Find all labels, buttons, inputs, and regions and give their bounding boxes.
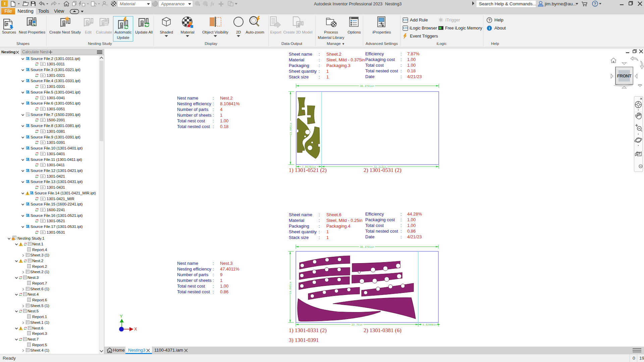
svg-text::: : bbox=[319, 74, 320, 79]
svg-text:Packaging: Packaging bbox=[289, 63, 309, 68]
svg-text:Nesting efficiency: Nesting efficiency bbox=[177, 101, 211, 106]
svg-text:1.00: 1.00 bbox=[407, 223, 416, 228]
svg-text:Stack size: Stack size bbox=[289, 74, 309, 79]
svg-text:19.685in: 19.685in bbox=[289, 123, 292, 135]
svg-text:1: 1 bbox=[300, 150, 302, 152]
svg-text:Packaging: Packaging bbox=[289, 224, 309, 229]
svg-text:Material: Material bbox=[120, 1, 136, 6]
svg-text::: : bbox=[213, 96, 214, 101]
svg-text:0.18: 0.18 bbox=[407, 68, 416, 73]
svg-text::: : bbox=[319, 235, 320, 240]
svg-text:Nest name: Nest name bbox=[177, 261, 198, 266]
svg-text:1: 1 bbox=[220, 278, 222, 283]
svg-text::: : bbox=[213, 272, 214, 277]
svg-text:fx: fx bbox=[211, 1, 214, 6]
svg-text:44.28%: 44.28% bbox=[407, 212, 422, 217]
svg-text:Search Help & Commands...: Search Help & Commands... bbox=[479, 1, 536, 6]
svg-text::: : bbox=[400, 229, 402, 234]
svg-text:1) 1301-0331 (2): 1) 1301-0331 (2) bbox=[289, 327, 327, 334]
svg-text:39.3701in: 39.3701in bbox=[360, 85, 374, 87]
svg-text::: : bbox=[319, 212, 320, 217]
svg-text::: : bbox=[400, 217, 402, 222]
svg-text:iTrigger: iTrigger bbox=[445, 17, 460, 22]
svg-text:?: ? bbox=[594, 2, 596, 6]
svg-text:0.86: 0.86 bbox=[407, 229, 416, 234]
svg-text:Packaging cost: Packaging cost bbox=[365, 57, 395, 62]
svg-text:Material: Material bbox=[289, 218, 304, 223]
svg-text:33.75in: 33.75in bbox=[352, 323, 363, 326]
svg-text:47.4011%: 47.4011% bbox=[220, 266, 239, 272]
svg-text::: : bbox=[213, 266, 214, 272]
svg-text::: : bbox=[400, 68, 402, 73]
svg-text:8.10841%: 8.10841% bbox=[220, 101, 240, 106]
svg-text:?: ? bbox=[488, 18, 491, 22]
svg-text:1.00: 1.00 bbox=[407, 63, 416, 68]
svg-text:2: 2 bbox=[302, 111, 304, 114]
svg-text:2) 1301-0531 (2): 2) 1301-0531 (2) bbox=[364, 167, 401, 173]
svg-text::: : bbox=[400, 51, 402, 56]
svg-text:Sheet quantity: Sheet quantity bbox=[289, 229, 317, 234]
svg-text:Efficiency: Efficiency bbox=[365, 51, 384, 56]
svg-text:Nest name: Nest name bbox=[177, 96, 198, 101]
svg-text:Number of sheets: Number of sheets bbox=[177, 278, 212, 283]
svg-text:Sheet name: Sheet name bbox=[289, 52, 312, 57]
svg-text:1.00: 1.00 bbox=[407, 217, 416, 222]
svg-text:Free iLogic Memory: Free iLogic Memory bbox=[445, 26, 482, 31]
svg-text:9: 9 bbox=[220, 272, 222, 277]
svg-text:Add Rule: Add Rule bbox=[410, 17, 428, 22]
svg-text::: : bbox=[319, 69, 320, 74]
svg-text:Steel, Mild - 0.375in: Steel, Mild - 0.375in bbox=[326, 57, 365, 62]
svg-text:2: 2 bbox=[311, 121, 312, 124]
svg-text:Material: Material bbox=[289, 57, 304, 62]
svg-text::: : bbox=[400, 212, 402, 217]
svg-text:Date: Date bbox=[365, 74, 374, 79]
svg-text:1.00: 1.00 bbox=[407, 57, 416, 62]
svg-text:1: 1 bbox=[326, 235, 329, 240]
svg-text:Event Triggers: Event Triggers bbox=[410, 34, 438, 39]
svg-text::: : bbox=[319, 224, 320, 229]
svg-text::: : bbox=[213, 284, 214, 289]
svg-text:Sheet.2: Sheet.2 bbox=[326, 52, 341, 57]
svg-text::: : bbox=[213, 118, 214, 123]
svg-text::: : bbox=[400, 223, 402, 228]
svg-text:1: 1 bbox=[326, 69, 329, 74]
svg-text:Number of parts: Number of parts bbox=[177, 272, 209, 277]
svg-text::: : bbox=[213, 101, 214, 106]
svg-text::: : bbox=[213, 113, 214, 118]
svg-text::: : bbox=[213, 107, 214, 112]
svg-text:7.87%: 7.87% bbox=[407, 51, 420, 56]
svg-text:Nesting efficiency: Nesting efficiency bbox=[177, 266, 211, 272]
svg-text:Stack size: Stack size bbox=[289, 235, 309, 240]
svg-text:2) 1301-0381 (6): 2) 1301-0381 (6) bbox=[364, 327, 401, 334]
svg-text::: : bbox=[319, 229, 320, 234]
svg-text:Packaging.4: Packaging.4 bbox=[326, 224, 351, 229]
svg-text:Nest.3: Nest.3 bbox=[220, 261, 233, 266]
svg-text::: : bbox=[213, 278, 214, 283]
svg-text:1.00: 1.00 bbox=[220, 284, 228, 289]
svg-text:Total cost: Total cost bbox=[365, 223, 384, 228]
svg-text:Help: Help bbox=[494, 17, 503, 22]
svg-text:Total nested cost: Total nested cost bbox=[177, 124, 210, 129]
svg-text::: : bbox=[213, 289, 214, 294]
svg-text:Sheet quantity: Sheet quantity bbox=[289, 69, 317, 74]
svg-text::: : bbox=[400, 63, 402, 68]
svg-text::: : bbox=[319, 52, 320, 57]
svg-text:Total nest cost: Total nest cost bbox=[177, 118, 205, 123]
svg-text:3) 1301-0391: 3) 1301-0391 bbox=[289, 337, 319, 343]
svg-text:iLogic Browser: iLogic Browser bbox=[410, 26, 437, 31]
svg-text:1) 1301-0521 (2): 1) 1301-0521 (2) bbox=[289, 167, 327, 173]
svg-text:Nest.2: Nest.2 bbox=[220, 96, 233, 101]
svg-text:19.685in: 19.685in bbox=[289, 282, 292, 294]
svg-text:Total cost: Total cost bbox=[365, 63, 384, 68]
svg-text:4/21/23: 4/21/23 bbox=[407, 74, 422, 79]
svg-text:Number of sheets: Number of sheets bbox=[177, 113, 212, 118]
svg-text:4: 4 bbox=[220, 107, 222, 112]
svg-text:Total nest cost: Total nest cost bbox=[177, 284, 205, 289]
svg-text:4/21/23: 4/21/23 bbox=[407, 234, 422, 239]
svg-text:1.00: 1.00 bbox=[220, 118, 228, 123]
svg-text:Total nested cost: Total nested cost bbox=[365, 68, 398, 73]
svg-text:1: 1 bbox=[326, 229, 329, 234]
svg-text:Sheet.6: Sheet.6 bbox=[326, 212, 341, 217]
svg-text::: : bbox=[319, 218, 320, 223]
svg-text:1: 1 bbox=[220, 113, 222, 118]
